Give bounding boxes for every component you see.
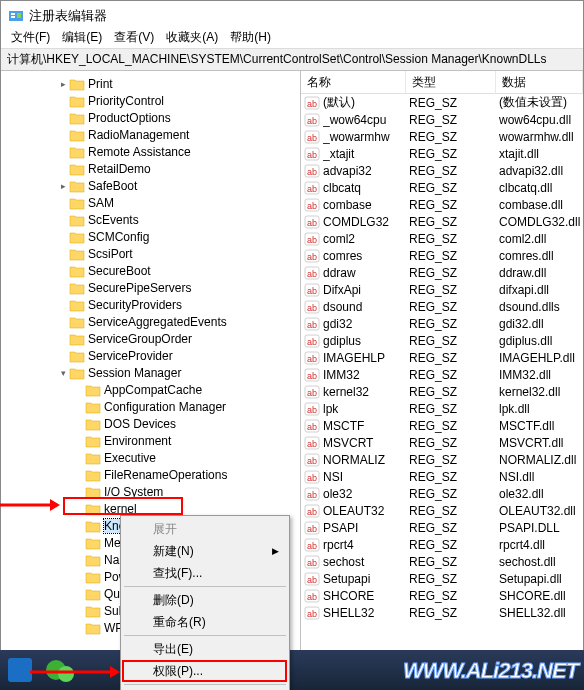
- ctx-export[interactable]: 导出(E): [123, 638, 287, 660]
- tree-item[interactable]: Executive: [1, 449, 300, 466]
- list-row[interactable]: ablpkREG_SZlpk.dll: [301, 400, 583, 417]
- tree-item[interactable]: Remote Assistance: [1, 143, 300, 160]
- menu-favorites[interactable]: 收藏夹(A): [160, 27, 224, 48]
- value-type: REG_SZ: [409, 470, 499, 484]
- value-data: (数值未设置): [499, 94, 583, 111]
- tree-item[interactable]: ▾Session Manager: [1, 364, 300, 381]
- value-data: combase.dll: [499, 198, 583, 212]
- list-row[interactable]: abSHELL32REG_SZSHELL32.dll: [301, 604, 583, 621]
- list-row[interactable]: abIMAGEHLPREG_SZIMAGEHLP.dll: [301, 349, 583, 366]
- list-row[interactable]: ab(默认)REG_SZ(数值未设置): [301, 94, 583, 111]
- value-list[interactable]: 名称 类型 数据 ab(默认)REG_SZ(数值未设置)ab_wow64cpuR…: [301, 71, 583, 672]
- list-row[interactable]: abSetupapiREG_SZSetupapi.dll: [301, 570, 583, 587]
- menu-view[interactable]: 查看(V): [108, 27, 160, 48]
- list-row[interactable]: abkernel32REG_SZkernel32.dll: [301, 383, 583, 400]
- value-name: _xtajit: [323, 147, 409, 161]
- list-row[interactable]: abNORMALIZREG_SZNORMALIZ.dll: [301, 451, 583, 468]
- list-row[interactable]: abgdiplusREG_SZgdiplus.dll: [301, 332, 583, 349]
- ctx-rename[interactable]: 重命名(R): [123, 611, 287, 633]
- tree-item[interactable]: ServiceAggregatedEvents: [1, 313, 300, 330]
- value-data: SHCORE.dll: [499, 589, 583, 603]
- list-row[interactable]: absechostREG_SZsechost.dll: [301, 553, 583, 570]
- tree-item[interactable]: SCMConfig: [1, 228, 300, 245]
- list-row[interactable]: abcombaseREG_SZcombase.dll: [301, 196, 583, 213]
- value-data: gdi32.dll: [499, 317, 583, 331]
- list-row[interactable]: ab_wow64cpuREG_SZwow64cpu.dll: [301, 111, 583, 128]
- tree-item[interactable]: ProductOptions: [1, 109, 300, 126]
- list-row[interactable]: abDifxApiREG_SZdifxapi.dll: [301, 281, 583, 298]
- list-row[interactable]: abcoml2REG_SZcoml2.dll: [301, 230, 583, 247]
- list-row[interactable]: abPSAPIREG_SZPSAPI.DLL: [301, 519, 583, 536]
- tree-item[interactable]: RadioManagement: [1, 126, 300, 143]
- list-row[interactable]: abcomresREG_SZcomres.dll: [301, 247, 583, 264]
- value-type: REG_SZ: [409, 572, 499, 586]
- value-data: wowarmhw.dll: [499, 130, 583, 144]
- address-bar[interactable]: 计算机\HKEY_LOCAL_MACHINE\SYSTEM\CurrentCon…: [1, 49, 583, 71]
- taskbar-item[interactable]: [0, 650, 40, 690]
- folder-icon: [85, 400, 101, 414]
- menu-help[interactable]: 帮助(H): [224, 27, 277, 48]
- header-name[interactable]: 名称: [301, 71, 406, 94]
- wechat-icon[interactable]: [40, 650, 80, 690]
- menu-file[interactable]: 文件(F): [5, 27, 56, 48]
- watermark: WWW.ALi213.NET: [403, 658, 578, 684]
- tree-item[interactable]: I/O System: [1, 483, 300, 500]
- tree-item[interactable]: SecurePipeServers: [1, 279, 300, 296]
- value-name: IMM32: [323, 368, 409, 382]
- tree-item[interactable]: ServiceProvider: [1, 347, 300, 364]
- svg-text:ab: ab: [307, 507, 317, 517]
- list-row[interactable]: abNSIREG_SZNSI.dll: [301, 468, 583, 485]
- tree-item[interactable]: ServiceGroupOrder: [1, 330, 300, 347]
- menu-edit[interactable]: 编辑(E): [56, 27, 108, 48]
- value-type: REG_SZ: [409, 555, 499, 569]
- list-row[interactable]: abadvapi32REG_SZadvapi32.dll: [301, 162, 583, 179]
- list-row[interactable]: abMSVCRTREG_SZMSVCRT.dll: [301, 434, 583, 451]
- list-row[interactable]: abOLEAUT32REG_SZOLEAUT32.dll: [301, 502, 583, 519]
- tree-item[interactable]: ScEvents: [1, 211, 300, 228]
- value-data: MSVCRT.dll: [499, 436, 583, 450]
- tree-item[interactable]: ▸Print: [1, 75, 300, 92]
- value-name: MSCTF: [323, 419, 409, 433]
- value-data: MSCTF.dll: [499, 419, 583, 433]
- tree-item[interactable]: PriorityControl: [1, 92, 300, 109]
- list-row[interactable]: abIMM32REG_SZIMM32.dll: [301, 366, 583, 383]
- list-row[interactable]: abclbcatqREG_SZclbcatq.dll: [301, 179, 583, 196]
- expander-icon[interactable]: ▸: [57, 79, 69, 89]
- list-row[interactable]: abrpcrt4REG_SZrpcrt4.dll: [301, 536, 583, 553]
- list-row[interactable]: abdsoundREG_SZdsound.dlls: [301, 298, 583, 315]
- ctx-delete[interactable]: 删除(D): [123, 589, 287, 611]
- list-row[interactable]: abddrawREG_SZddraw.dll: [301, 264, 583, 281]
- header-type[interactable]: 类型: [406, 71, 496, 94]
- tree-item[interactable]: SAM: [1, 194, 300, 211]
- expander-icon[interactable]: ▸: [57, 181, 69, 191]
- list-row[interactable]: abgdi32REG_SZgdi32.dll: [301, 315, 583, 332]
- tree-item[interactable]: Configuration Manager: [1, 398, 300, 415]
- header-data[interactable]: 数据: [496, 71, 583, 94]
- svg-text:ab: ab: [307, 524, 317, 534]
- list-row[interactable]: ab_xtajitREG_SZxtajit.dll: [301, 145, 583, 162]
- tree-item[interactable]: FileRenameOperations: [1, 466, 300, 483]
- tree-item[interactable]: DOS Devices: [1, 415, 300, 432]
- folder-icon: [69, 298, 85, 312]
- tree-item[interactable]: SecurityProviders: [1, 296, 300, 313]
- ctx-find[interactable]: 查找(F)...: [123, 562, 287, 584]
- list-row[interactable]: abMSCTFREG_SZMSCTF.dll: [301, 417, 583, 434]
- list-row[interactable]: abole32REG_SZole32.dll: [301, 485, 583, 502]
- tree-item[interactable]: AppCompatCache: [1, 381, 300, 398]
- list-row[interactable]: ab_wowarmhwREG_SZwowarmhw.dll: [301, 128, 583, 145]
- ctx-expand[interactable]: 展开: [123, 518, 287, 540]
- list-row[interactable]: abCOMDLG32REG_SZCOMDLG32.dll: [301, 213, 583, 230]
- list-row[interactable]: abSHCOREREG_SZSHCORE.dll: [301, 587, 583, 604]
- expander-icon[interactable]: ▾: [57, 368, 69, 378]
- tree-item[interactable]: RetailDemo: [1, 160, 300, 177]
- svg-text:ab: ab: [307, 269, 317, 279]
- tree-item[interactable]: ScsiPort: [1, 245, 300, 262]
- folder-icon: [85, 468, 101, 482]
- tree-item[interactable]: Environment: [1, 432, 300, 449]
- ctx-new[interactable]: 新建(N)▶: [123, 540, 287, 562]
- ctx-permissions[interactable]: 权限(P)...: [123, 660, 287, 682]
- tree-item[interactable]: SecureBoot: [1, 262, 300, 279]
- value-name: clbcatq: [323, 181, 409, 195]
- tree-item[interactable]: ▸SafeBoot: [1, 177, 300, 194]
- string-value-icon: ab: [304, 606, 320, 620]
